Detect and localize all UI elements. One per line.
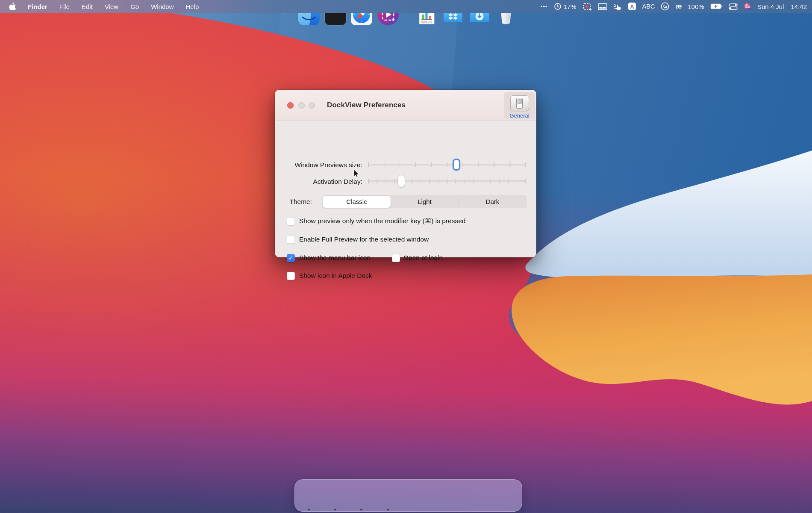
menu-edit[interactable]: Edit bbox=[82, 3, 93, 10]
checkbox-label: Open at login bbox=[403, 254, 443, 262]
slider-thumb[interactable] bbox=[398, 175, 405, 187]
segment-divider bbox=[459, 198, 459, 205]
ae-status-icon[interactable]: æ bbox=[675, 2, 682, 11]
activation-delay-slider[interactable] bbox=[368, 175, 526, 187]
checkbox-show-preview-modifier[interactable] bbox=[287, 217, 295, 225]
window-previews-size-slider[interactable] bbox=[368, 159, 526, 171]
checkbox-label: Show icon in Apple Dock bbox=[299, 272, 372, 280]
more-status-icon[interactable]: ••• bbox=[541, 3, 548, 10]
checkbox-open-at-login[interactable] bbox=[392, 254, 400, 262]
running-indicator-safari bbox=[360, 509, 362, 511]
zoom-button[interactable] bbox=[309, 102, 315, 109]
close-button[interactable] bbox=[287, 102, 294, 109]
theme-segment-light[interactable]: Light bbox=[391, 195, 459, 208]
display-status-icon[interactable] bbox=[598, 3, 607, 10]
checkbox-label: Enable Full Preview for the selected win… bbox=[299, 236, 429, 243]
dock bbox=[294, 479, 522, 512]
dockview-preferences-window: DockView Preferences General Window Prev… bbox=[275, 90, 536, 257]
window-title: DockView Preferences bbox=[327, 101, 406, 109]
checkbox-enable-full-preview[interactable] bbox=[287, 236, 295, 244]
control-center-icon[interactable] bbox=[729, 3, 738, 10]
window-titlebar[interactable]: DockView Preferences General bbox=[275, 90, 536, 121]
input-source-icon[interactable]: A bbox=[628, 2, 636, 11]
dock-separator bbox=[408, 484, 408, 507]
general-tab-button[interactable] bbox=[510, 95, 529, 111]
theme-segment-dark[interactable]: Dark bbox=[459, 195, 527, 208]
screenshot-status-icon[interactable] bbox=[583, 3, 592, 11]
menu-help[interactable]: Help bbox=[186, 3, 199, 10]
numbers-caption: NUMBERS bbox=[421, 21, 432, 23]
gesture-status-icon[interactable] bbox=[613, 3, 622, 11]
mouse-cursor bbox=[352, 169, 362, 181]
svg-text:A: A bbox=[630, 4, 634, 10]
menubar-time[interactable]: 14:42 bbox=[791, 3, 807, 10]
assistant-status-icon[interactable] bbox=[744, 3, 751, 10]
checkbox-show-icon-apple-dock[interactable] bbox=[287, 272, 295, 280]
minimize-button[interactable] bbox=[298, 102, 305, 109]
translate-status-icon[interactable]: A bbox=[661, 2, 669, 11]
apple-menu-icon[interactable] bbox=[9, 2, 16, 11]
cpu-status[interactable]: 17% bbox=[554, 3, 577, 10]
slider-thumb[interactable] bbox=[453, 159, 460, 171]
checkbox-show-menu-bar-icon[interactable]: ✓ bbox=[287, 254, 295, 262]
switch-icon bbox=[516, 98, 523, 109]
menu-view[interactable]: View bbox=[105, 3, 118, 10]
battery-icon[interactable] bbox=[710, 3, 723, 9]
menu-bar: Finder File Edit View Go Window Help •••… bbox=[0, 0, 812, 13]
checkbox-label: Show the menu bar icon bbox=[299, 254, 371, 262]
running-indicator-terminal bbox=[334, 509, 336, 511]
abc-status-label[interactable]: ABC bbox=[642, 3, 655, 10]
slider-track[interactable] bbox=[368, 164, 526, 165]
running-indicator-finder bbox=[308, 509, 310, 511]
desktop[interactable]: { "menubar": { "items": ["Finder", "File… bbox=[0, 0, 812, 513]
general-tab-label: General bbox=[509, 112, 529, 119]
theme-segmented-control: Classic Light Dark bbox=[323, 195, 527, 208]
slider-track[interactable] bbox=[368, 180, 526, 182]
menubar-date[interactable]: Sun 4 Jul bbox=[757, 3, 784, 10]
window-previews-size-label: Window Previews size: bbox=[275, 161, 362, 169]
activation-delay-label: Activation Delay: bbox=[275, 178, 362, 186]
running-indicator-recorder bbox=[387, 509, 389, 511]
theme-label: Theme: bbox=[275, 198, 312, 206]
battery-percent-label: 100% bbox=[688, 3, 704, 10]
clock-icon bbox=[554, 3, 562, 10]
menu-file[interactable]: File bbox=[59, 3, 70, 10]
checkbox-label: Show preview only when the modifier key … bbox=[299, 217, 465, 225]
toolbar-tab-general[interactable]: General bbox=[504, 92, 535, 119]
menu-finder[interactable]: Finder bbox=[28, 3, 47, 10]
theme-segment-classic[interactable]: Classic bbox=[323, 196, 391, 208]
menu-window[interactable]: Window bbox=[151, 3, 174, 10]
window-content: Window Previews size: Activation Delay: … bbox=[275, 121, 536, 257]
svg-text:A: A bbox=[665, 5, 668, 9]
menu-go[interactable]: Go bbox=[130, 3, 139, 10]
